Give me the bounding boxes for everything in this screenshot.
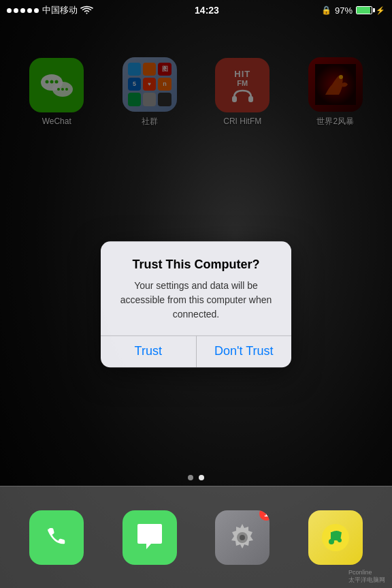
page-dot-2 (199, 475, 204, 480)
status-bar: 中国移动 14:23 🔒 97% ⚡ (0, 0, 392, 20)
alert-message: Your settings and data will be accessibl… (114, 279, 278, 322)
battery-fill (357, 7, 370, 14)
dock: 1 (0, 486, 392, 588)
messages-svg (134, 522, 165, 553)
messages-icon-bg (122, 510, 177, 565)
carrier-text: 中国移动 (42, 4, 78, 16)
charging-bolt: ⚡ (376, 6, 385, 15)
dock-phone[interactable] (29, 510, 84, 565)
signal-dot-5 (34, 8, 39, 13)
settings-icon-wrapper[interactable]: 1 (215, 510, 270, 565)
messages-icon[interactable] (122, 510, 177, 565)
dont-trust-button[interactable]: Don't Trust (197, 336, 292, 367)
alert-title: Trust This Computer? (114, 258, 278, 272)
page-dot-1 (188, 475, 193, 480)
signal-dots (7, 8, 39, 13)
wifi-icon (81, 6, 93, 15)
settings-badge: 1 (259, 510, 270, 521)
battery-percentage: 97% (335, 5, 353, 16)
dock-music[interactable] (308, 510, 363, 565)
status-right: 🔒 97% ⚡ (321, 5, 385, 16)
page-dots (188, 475, 204, 480)
alert-dialog: Trust This Computer? Your settings and d… (101, 241, 291, 367)
alert-buttons: Trust Don't Trust (101, 336, 291, 367)
battery-icon (356, 6, 372, 14)
phone-icon[interactable] (29, 510, 84, 565)
watermark-line1: Pconline (348, 569, 385, 576)
alert-content: Trust This Computer? Your settings and d… (101, 241, 291, 335)
status-left: 中国移动 (7, 4, 93, 16)
music-icon-bg (308, 510, 363, 565)
svg-point-14 (240, 535, 245, 540)
watermark: Pconline 太平洋电脑网 (348, 569, 385, 585)
music-svg (318, 520, 353, 555)
signal-dot-4 (27, 8, 32, 13)
signal-dot-1 (7, 8, 12, 13)
status-time: 14:23 (195, 5, 219, 16)
watermark-line2: 太平洋电脑网 (348, 576, 385, 585)
signal-dot-3 (20, 8, 25, 13)
signal-dot-2 (14, 8, 18, 13)
dock-settings[interactable]: 1 (215, 510, 270, 565)
music-icon-wrapper[interactable] (308, 510, 363, 565)
lock-icon: 🔒 (321, 5, 331, 15)
trust-button[interactable]: Trust (101, 336, 196, 367)
phone-svg (43, 524, 70, 551)
settings-svg (226, 521, 259, 554)
phone-icon-bg (29, 510, 84, 565)
dock-messages[interactable] (122, 510, 177, 565)
